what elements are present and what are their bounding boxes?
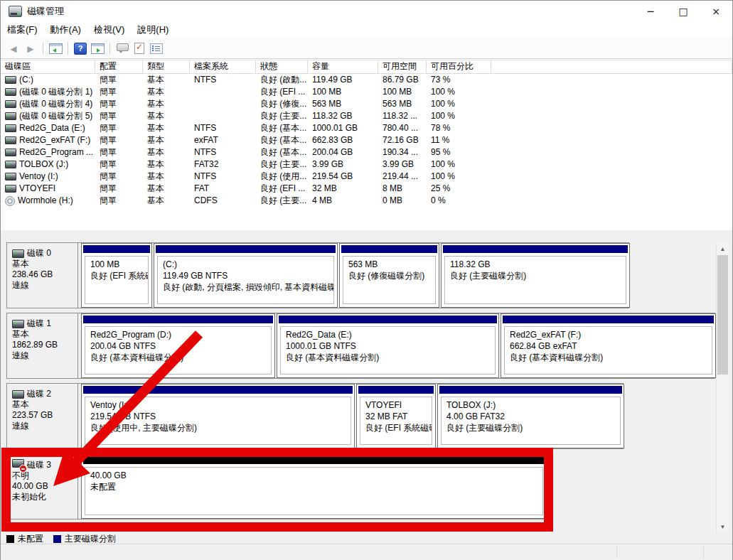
partition-0-1[interactable]: (C:)119.49 GB NTFS良好 (啟動, 分頁檔案, 損毀傾印, 基本… bbox=[154, 243, 338, 308]
table-row[interactable]: Wormhole (H:)簡單基本CDFS良好 (主要...4 MB0 MB0 … bbox=[1, 195, 732, 207]
cell-status: 良好 (EFI ... bbox=[256, 183, 308, 195]
partition-2-0[interactable]: Ventoy (I:)219.54 GB NTFS良好 (使用中, 主要磁碟分割… bbox=[81, 384, 355, 448]
column-header-5[interactable]: 容量 bbox=[308, 60, 378, 73]
close-button[interactable]: × bbox=[700, 1, 732, 21]
cell-fs bbox=[190, 110, 256, 122]
menu-item-action[interactable]: 動作(A) bbox=[44, 21, 87, 38]
partition-1-0[interactable]: Red2G_Program (D:)200.04 GB NTFS良好 (基本資料… bbox=[81, 313, 275, 378]
partition-volume-label: Red2G_Data (E:) bbox=[286, 329, 495, 340]
cell-fs: NTFS bbox=[190, 171, 256, 183]
partition-strip: 40.00 GB未配置 bbox=[81, 454, 547, 519]
table-row[interactable]: Red2G_Data (E:)簡單基本NTFS良好 (基本...1000.01 … bbox=[1, 122, 732, 134]
partition-color-bar bbox=[83, 386, 353, 394]
volume-name: Ventoy (I:) bbox=[5, 171, 58, 183]
table-row[interactable]: TOLBOX (J:)簡單基本FAT32良好 (主要...3.99 GB3.99… bbox=[1, 158, 732, 171]
disk-label-0[interactable]: 磁碟 0基本238.46 GB連線 bbox=[7, 243, 78, 308]
volume-name: (磁碟 0 磁碟分割 5) bbox=[5, 110, 92, 122]
cell-layout: 簡單 bbox=[95, 74, 143, 86]
popup-help-button[interactable] bbox=[114, 41, 131, 56]
disk-label-1[interactable]: 磁碟 1基本1862.89 GB連線 bbox=[7, 313, 78, 378]
column-header-4[interactable]: 狀態 bbox=[256, 60, 308, 73]
table-row[interactable]: (磁碟 0 磁碟分割 5)簡單基本良好 (主要...118.32 GB118.3… bbox=[1, 110, 732, 122]
partition-size: 119.49 GB NTFS bbox=[163, 270, 333, 281]
partition-1-1[interactable]: Red2G_Data (E:)1000.01 GB NTFS良好 (基本資料磁碟… bbox=[277, 313, 499, 378]
column-header-2[interactable]: 類型 bbox=[143, 60, 190, 73]
cell-status: 良好 (使用... bbox=[256, 171, 308, 183]
cell-volume: Wormhole (H:) bbox=[1, 195, 95, 207]
table-row[interactable]: VTOYEFI簡單基本FAT良好 (EFI ...32 MB8 MB25 % bbox=[1, 183, 732, 195]
table-row[interactable]: (C:)簡單基本NTFS良好 (啟動...119.49 GB86.79 GB73… bbox=[1, 74, 732, 86]
column-header-6[interactable]: 可用空間 bbox=[378, 60, 427, 73]
partition-size: 563 MB bbox=[348, 259, 435, 270]
check-disk-button[interactable] bbox=[131, 41, 148, 56]
partition-strip: Red2G_Program (D:)200.04 GB NTFS良好 (基本資料… bbox=[81, 313, 716, 378]
cell-pct: 95 % bbox=[427, 146, 491, 158]
column-header-0[interactable]: 磁碟區 bbox=[1, 60, 95, 73]
cell-capacity: 3.99 GB bbox=[308, 158, 378, 171]
partition-0-2[interactable]: 563 MB良好 (修復磁碟分割) bbox=[339, 243, 439, 308]
partition-size: 32 MB FAT bbox=[365, 411, 432, 422]
vertical-scrollbar[interactable]: ▲ ▼ bbox=[716, 243, 729, 533]
partition-2-1[interactable]: VTOYEFI32 MB FAT良好 (EFI 系統磁碟 bbox=[356, 384, 436, 448]
volume-label: Red2G_Data (E:) bbox=[19, 122, 85, 134]
scrollbar-thumb[interactable] bbox=[717, 255, 728, 375]
cell-pct: 100 % bbox=[427, 171, 491, 183]
cell-status: 良好 (啟動... bbox=[256, 74, 308, 86]
legend-swatch-icon bbox=[6, 535, 14, 543]
back-button[interactable]: ◄ bbox=[5, 41, 22, 56]
partition-1-2[interactable]: Red2G_exFAT (F:)662.84 GB exFAT良好 (基本資料磁… bbox=[501, 313, 716, 378]
cell-layout: 簡單 bbox=[95, 134, 143, 146]
column-header-7[interactable]: 可用百分比 bbox=[427, 60, 491, 73]
cell-layout: 簡單 bbox=[95, 110, 143, 122]
cell-pct: 100 % bbox=[427, 110, 491, 122]
table-row[interactable]: (磁碟 0 磁碟分割 1)簡單基本良好 (EFI ...100 MB100 MB… bbox=[1, 86, 732, 98]
menu-item-file[interactable]: 檔案(F) bbox=[1, 21, 44, 38]
volume-name: (磁碟 0 磁碟分割 1) bbox=[5, 86, 92, 98]
disk-row-1: 磁碟 1基本1862.89 GB連線Red2G_Program (D:)200.… bbox=[6, 313, 715, 379]
volume-list: 磁碟區配置類型檔案系統狀態容量可用空間可用百分比 (C:)簡單基本NTFS良好 … bbox=[1, 60, 732, 230]
disk-label-3[interactable]: 磁碟 3不明40.00 GB未初始化 bbox=[7, 454, 78, 519]
window-controls: ─ □ × bbox=[634, 1, 732, 21]
window-title: 磁碟管理 bbox=[27, 5, 64, 18]
cell-pct: 78 % bbox=[427, 122, 491, 134]
table-row[interactable]: Red2G_exFAT (F:)簡單基本exFAT良好 (基本...662.83… bbox=[1, 134, 732, 146]
cell-capacity: 1000.01 GB bbox=[308, 122, 378, 134]
cell-status: 良好 (修復... bbox=[256, 98, 308, 110]
volume-name: TOLBOX (J:) bbox=[5, 158, 68, 171]
column-header-1[interactable]: 配置 bbox=[95, 60, 143, 73]
column-header-3[interactable]: 檔案系統 bbox=[190, 60, 256, 73]
column-header-filler bbox=[491, 60, 732, 73]
partition-3-0[interactable]: 40.00 GB未配置 bbox=[81, 454, 547, 519]
disc-icon bbox=[5, 196, 15, 206]
menu-item-view[interactable]: 檢視(V) bbox=[87, 21, 131, 38]
partition-info: 118.32 GB良好 (主要磁碟分割) bbox=[444, 256, 626, 304]
partition-0-3[interactable]: 118.32 GB良好 (主要磁碟分割) bbox=[441, 243, 630, 308]
partition-0-0[interactable]: 100 MB良好 (EFI 系統磁 bbox=[81, 243, 152, 308]
show-console-tree-button[interactable] bbox=[47, 41, 64, 56]
cell-type: 基本 bbox=[143, 122, 190, 134]
forward-button[interactable]: ► bbox=[22, 41, 39, 56]
cell-pct: 0 % bbox=[427, 195, 491, 207]
table-row[interactable]: (磁碟 0 磁碟分割 4)簡單基本良好 (修復...563 MB563 MB10… bbox=[1, 98, 732, 110]
cell-layout: 簡單 bbox=[95, 122, 143, 134]
scroll-down-icon[interactable]: ▼ bbox=[717, 521, 729, 533]
help-button[interactable]: ? bbox=[72, 41, 89, 56]
table-row[interactable]: Ventoy (I:)簡單基本NTFS良好 (使用...219.54 GB219… bbox=[1, 171, 732, 183]
disk-label-2[interactable]: 磁碟 2基本223.57 GB連線 bbox=[7, 384, 78, 448]
partition-2-2[interactable]: TOLBOX (J:)4.00 GB FAT32良好 (主要磁碟分割) bbox=[437, 384, 624, 448]
volume-name: Red2G_exFAT (F:) bbox=[5, 134, 90, 146]
properties-button[interactable] bbox=[148, 41, 165, 56]
show-action-pane-button[interactable] bbox=[89, 41, 106, 56]
menu-item-help[interactable]: 說明(H) bbox=[131, 21, 175, 38]
cell-capacity: 32 MB bbox=[308, 183, 378, 195]
cell-free: 190.34 ... bbox=[378, 146, 427, 158]
scroll-up-icon[interactable]: ▲ bbox=[717, 243, 729, 255]
console-window-icon bbox=[49, 43, 63, 54]
maximize-button[interactable]: □ bbox=[667, 1, 700, 21]
cell-free: 563 MB bbox=[378, 98, 427, 110]
drive-icon bbox=[12, 320, 24, 328]
partition-size: 4.00 GB FAT32 bbox=[446, 411, 620, 422]
minimize-button[interactable]: ─ bbox=[634, 1, 667, 21]
toolbar-separator bbox=[43, 42, 43, 55]
table-row[interactable]: Red2G_Program ...簡單基本NTFS良好 (基本...200.04… bbox=[1, 146, 732, 158]
